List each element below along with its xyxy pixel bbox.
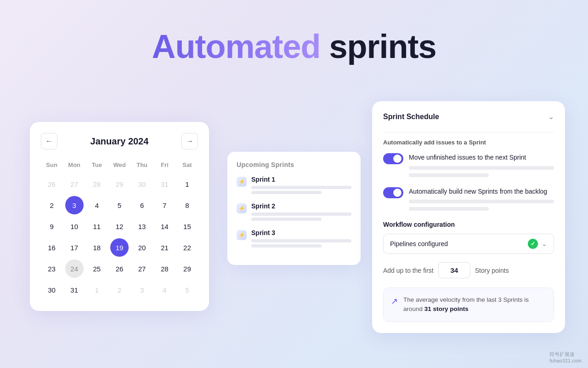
calendar-day-19-selected[interactable]: 19 [110,238,129,257]
toggle-thumb [393,155,401,163]
table-row[interactable]: 3 [133,281,151,299]
table-row[interactable]: 9 [43,217,61,236]
workflow-label: Workflow configuration [383,221,554,228]
upcoming-sprints-title: Upcoming Sprints [237,161,351,168]
table-row[interactable]: 11 [88,217,106,236]
velocity-text: The average velocity from the last 3 Spr… [403,295,546,314]
list-item[interactable]: ⚡ Sprint 3 [237,229,351,247]
table-row[interactable]: 2 [110,281,129,299]
day-header-thu: Thu [131,159,153,173]
table-row[interactable]: 25 [88,259,106,278]
table-row[interactable]: 31 [65,281,84,299]
sprint-progress-bar [251,213,351,216]
table-row[interactable]: 2 [43,196,61,214]
calendar-prev-button[interactable]: ← [41,133,57,150]
toggle-2-content: Automatically build new Sprints from the… [409,187,554,213]
story-points-prefix: Add up to the first [383,267,434,274]
day-header-wed: Wed [108,159,130,173]
table-row[interactable]: 1 [178,175,196,193]
table-row[interactable]: 31 [155,175,174,193]
sprint-progress-bar-short [251,244,322,247]
sprint-icon: ⚡ [237,230,247,240]
table-row[interactable]: 13 [133,217,151,236]
sprint-progress-bar [251,239,351,242]
table-row[interactable]: 18 [88,238,106,257]
toggle-row-2: Automatically build new Sprints from the… [383,187,554,213]
table-row[interactable]: 16 [43,238,61,257]
watermark: 符号扩展迷fuhao321.com [549,351,582,363]
table-row[interactable]: 30 [43,281,61,299]
table-row[interactable]: 5 [110,196,129,214]
toggle-1-content: Move unfinished issues to the next Sprin… [409,153,554,179]
table-row[interactable]: 17 [65,238,84,257]
table-row[interactable]: 26 [43,175,61,193]
table-row[interactable]: 6 [133,196,151,214]
table-row[interactable]: 27 [65,175,84,193]
calendar-next-button[interactable]: → [181,133,198,150]
table-row[interactable]: 29 [110,175,129,193]
workflow-value: Pipelines configured [390,240,524,247]
day-header-tue: Tue [86,159,107,173]
table-row[interactable]: 14 [155,217,174,236]
toggle-2-label: Automatically build new Sprints from the… [409,187,554,196]
calendar-grid: Sun Mon Tue Wed Thu Fri Sat 26 27 28 29 … [41,159,198,300]
table-row[interactable]: 30 [133,175,151,193]
sprint-progress-bar [251,186,351,189]
velocity-icon: ↗ [391,296,398,306]
table-row[interactable]: 22 [178,238,196,257]
calendar-header: ← January 2024 → [41,133,198,150]
table-row[interactable]: 5 [178,281,196,299]
list-item[interactable]: ⚡ Sprint 2 [237,202,351,221]
day-header-mon: Mon [63,159,85,173]
auto-build-toggle[interactable] [383,187,403,198]
move-unfinished-toggle[interactable] [383,153,403,164]
table-row[interactable]: 12 [110,217,129,236]
table-row[interactable]: 26 [110,259,129,278]
table-row[interactable]: 28 [155,259,174,278]
story-points-input[interactable] [438,262,470,278]
auto-add-label: Automatically add issues to a Sprint [383,139,554,146]
toggle-track-2 [383,187,403,198]
table-row[interactable]: 23 [43,259,61,278]
check-circle-icon: ✓ [528,239,538,249]
sprint-icon: ⚡ [237,177,247,187]
calendar-day-24-today[interactable]: 24 [65,259,84,278]
list-item[interactable]: ⚡ Sprint 1 [237,176,351,194]
table-row[interactable]: 1 [88,281,106,299]
table-row[interactable]: 10 [65,217,84,236]
day-header-sun: Sun [41,159,62,173]
table-row[interactable]: 8 [178,196,196,214]
velocity-bold: 31 story points [424,305,469,312]
calendar-day-3-selected[interactable]: 3 [65,196,84,214]
gray-bar-2 [409,200,554,203]
header-sprints: sprints [320,28,436,65]
gray-bar-2-short [409,207,489,211]
workflow-dropdown[interactable]: Pipelines configured ✓ ⌄ [383,234,554,254]
upcoming-sprints-card: Upcoming Sprints ⚡ Sprint 1 ⚡ Sprint 2 ⚡… [227,152,361,265]
table-row[interactable]: 28 [88,175,106,193]
table-row[interactable]: 21 [155,238,174,257]
sprint-name: Sprint 1 [251,176,351,183]
toggle-1-label: Move unfinished issues to the next Sprin… [409,153,554,162]
toggle-track [383,153,403,164]
sprint-info: Sprint 2 [251,202,351,221]
sprint-schedule-card: Sprint Schedule ⌄ Automatically add issu… [372,101,565,333]
table-row[interactable]: 4 [88,196,106,214]
sprint-name: Sprint 2 [251,202,351,210]
table-row[interactable]: 15 [178,217,196,236]
table-row[interactable]: 29 [178,259,196,278]
sprint-info: Sprint 1 [251,176,351,194]
sprint-info: Sprint 3 [251,229,351,247]
story-points-suffix: Story points [475,267,509,274]
divider [383,132,554,132]
gray-bar-1-short [409,173,489,177]
velocity-banner: ↗ The average velocity from the last 3 S… [383,288,554,322]
story-points-row: Add up to the first Story points [383,262,554,278]
workflow-section: Workflow configuration Pipelines configu… [383,221,554,254]
chevron-down-icon[interactable]: ⌄ [548,112,554,121]
sprint-name: Sprint 3 [251,229,351,236]
table-row[interactable]: 27 [133,259,151,278]
table-row[interactable]: 4 [155,281,174,299]
table-row[interactable]: 7 [155,196,174,214]
table-row[interactable]: 20 [133,238,151,257]
